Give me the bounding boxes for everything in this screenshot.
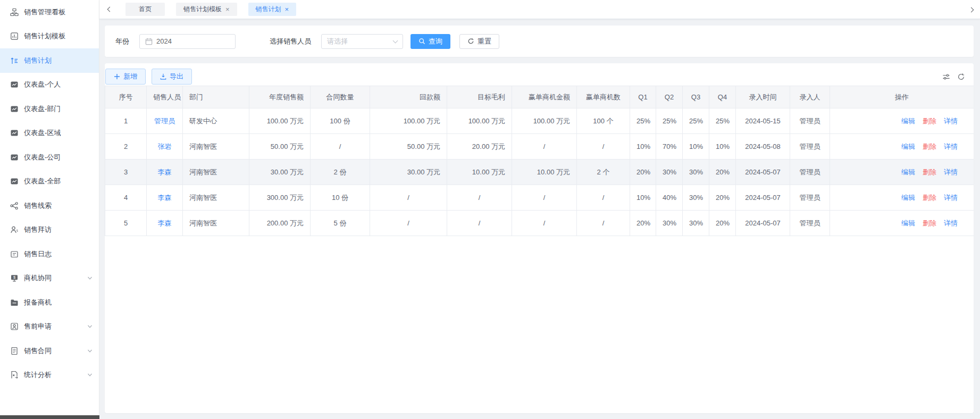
download-icon: [160, 73, 166, 80]
tab-plan-template[interactable]: 销售计划模板 ×: [176, 3, 237, 16]
cell-1: 张岩: [147, 134, 183, 160]
cell-13: 2024-05-08: [736, 134, 790, 160]
delete-link[interactable]: 删除: [923, 219, 936, 227]
sidebar-item-opp-collab[interactable]: $ 商机协同: [0, 266, 99, 291]
tab-home[interactable]: 首页: [125, 3, 165, 16]
refresh-table-icon[interactable]: [957, 73, 965, 81]
table-tools: [942, 73, 965, 81]
sidebar-item-sales-board[interactable]: 销售管理看板: [0, 0, 99, 24]
detail-link[interactable]: 详情: [944, 117, 958, 125]
close-icon[interactable]: ×: [225, 6, 230, 13]
cell-6: 100.00 万元: [447, 108, 512, 134]
detail-link[interactable]: 详情: [944, 168, 958, 176]
year-label: 年份: [115, 37, 129, 46]
delete-link[interactable]: 删除: [923, 194, 936, 202]
edit-link[interactable]: 编辑: [901, 143, 915, 150]
person-link[interactable]: 管理员: [154, 117, 175, 125]
sidebar-item-contracts[interactable]: 销售合同: [0, 339, 99, 363]
horizontal-scrollbar-thumb[interactable]: [0, 415, 99, 419]
cell-4: 2 份: [311, 160, 370, 185]
detail-link[interactable]: 详情: [944, 194, 958, 202]
cell-10: 30%: [656, 160, 683, 185]
edit-link[interactable]: 编辑: [901, 194, 915, 202]
cell-8: /: [577, 185, 630, 211]
column-header: Q1: [630, 86, 656, 108]
table-row: 2张岩河南智医50.00 万元/50.00 万元20.00 万元//10%70%…: [105, 134, 974, 160]
cell-12: 20%: [709, 211, 736, 236]
cell-3: 300.00 万元: [249, 185, 311, 211]
reset-button[interactable]: 重置: [459, 34, 499, 49]
sales-plan-table: 序号销售人员部门年度销售额合同数量回款额目标毛利赢单商机金额赢单商机数Q1Q2Q…: [105, 86, 974, 236]
edit-link[interactable]: 编辑: [901, 117, 915, 125]
cell-7: 10.00 万元: [512, 160, 577, 185]
share-nodes-icon: [10, 201, 19, 210]
sidebar-item-label: 销售计划模板: [24, 31, 65, 41]
sidebar-item-dash-dept[interactable]: 仪表盘-部门: [0, 97, 99, 121]
add-button[interactable]: 新增: [105, 69, 146, 85]
sidebar-item-label: 仪表盘-个人: [24, 80, 61, 89]
sidebar-item-sales-plan[interactable]: 销售计划: [0, 48, 99, 73]
tabs-scroll-right-icon[interactable]: [966, 4, 976, 15]
cell-14: 管理员: [790, 108, 830, 134]
cell-2: 河南智医: [183, 160, 249, 185]
person-link[interactable]: 李森: [158, 194, 172, 202]
cell-7: 100.00 万元: [512, 108, 577, 134]
person-link[interactable]: 李森: [158, 219, 172, 227]
sidebar-item-dash-all[interactable]: 仪表盘-全部: [0, 170, 99, 194]
detail-link[interactable]: 详情: [944, 143, 958, 150]
sidebar-item-dash-personal[interactable]: 仪表盘-个人: [0, 73, 99, 97]
chevron-down-icon: [87, 275, 93, 281]
sidebar-item-dash-region[interactable]: 仪表盘-区域: [0, 121, 99, 146]
column-settings-icon[interactable]: [942, 73, 950, 81]
cell-6: /: [447, 185, 512, 211]
person-link[interactable]: 李森: [158, 168, 172, 176]
delete-link[interactable]: 删除: [923, 168, 936, 176]
column-header: 合同数量: [311, 86, 370, 108]
sidebar-item-stats[interactable]: 统计分析: [0, 363, 99, 388]
detail-link[interactable]: 详情: [944, 219, 958, 227]
refresh-icon: [467, 38, 474, 45]
column-header: 序号: [105, 86, 147, 108]
chevron-down-icon: [87, 324, 93, 329]
sidebar-item-dash-company[interactable]: 仪表盘-公司: [0, 145, 99, 170]
year-input[interactable]: [139, 34, 236, 49]
delete-link[interactable]: 删除: [923, 143, 936, 150]
person-link[interactable]: 张岩: [158, 143, 172, 150]
search-button[interactable]: 查询: [411, 34, 450, 49]
actions-cell: 编辑删除详情: [830, 134, 974, 160]
export-button[interactable]: 导出: [152, 69, 192, 85]
cell-5: 50.00 万元: [370, 134, 447, 160]
cell-14: 管理员: [790, 185, 830, 211]
sidebar-item-visits[interactable]: 销售拜访: [0, 218, 99, 242]
sidebar-item-label: 销售线索: [24, 201, 52, 211]
plus-icon: [114, 73, 120, 80]
sidebar-item-opp-report[interactable]: 报备商机: [0, 290, 99, 315]
edit-link[interactable]: 编辑: [901, 168, 915, 176]
sidebar-item-label: 仪表盘-公司: [24, 153, 61, 162]
tab-label: 首页: [139, 5, 152, 14]
sidebar-item-label: 销售拜访: [24, 225, 52, 234]
table-row: 3李森河南智医30.00 万元2 份30.00 万元10.00 万元10.00 …: [105, 160, 974, 185]
cell-2: 河南智医: [183, 211, 249, 236]
cell-11: 30%: [683, 211, 709, 236]
person-select[interactable]: 请选择: [321, 34, 403, 49]
tab-sales-plan[interactable]: 销售计划 ×: [248, 3, 297, 16]
person-label: 选择销售人员: [270, 37, 311, 46]
cell-13: 2024-05-15: [736, 108, 790, 134]
tabs-scroll-left-icon[interactable]: [105, 4, 114, 15]
year-value-input[interactable]: [156, 37, 230, 45]
cell-0: 1: [105, 108, 147, 134]
cell-7: /: [512, 211, 577, 236]
edit-link[interactable]: 编辑: [901, 219, 915, 227]
cell-3: 50.00 万元: [249, 134, 311, 160]
sidebar-item-logs[interactable]: 销售日志: [0, 242, 99, 266]
sidebar-item-plan-template[interactable]: 销售计划模板: [0, 24, 99, 49]
close-icon[interactable]: ×: [285, 6, 289, 13]
cell-0: 4: [105, 185, 147, 211]
sidebar-item-presales[interactable]: 售前申请: [0, 315, 99, 339]
delete-link[interactable]: 删除: [923, 117, 936, 125]
calendar-icon: [145, 38, 153, 45]
cell-1: 李森: [147, 211, 183, 236]
sidebar-item-leads[interactable]: 销售线索: [0, 194, 99, 218]
user-card-icon: [10, 322, 19, 331]
